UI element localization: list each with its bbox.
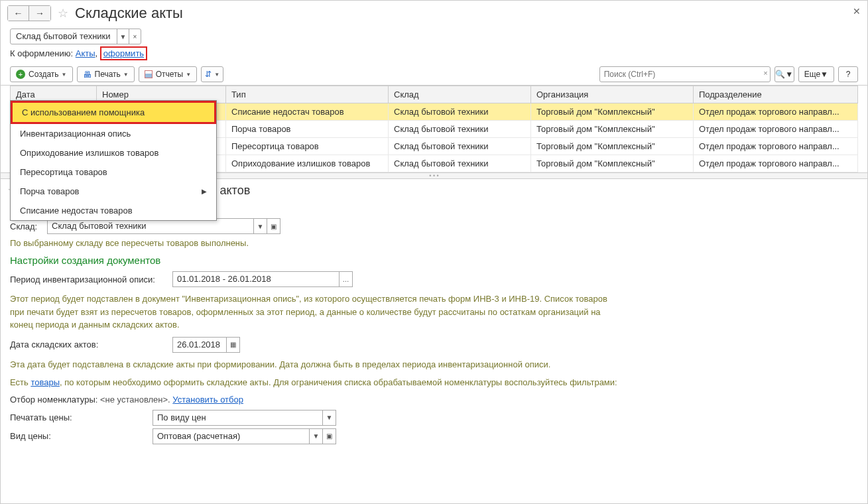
reports-button[interactable]: Отчеты▼ (139, 66, 197, 82)
printer-icon: 🖶 (83, 70, 92, 80)
period-field[interactable]: 01.01.2018 - 26.01.2018 … (172, 271, 353, 287)
dd-item-inventory[interactable]: Инвентаризационная опись (11, 124, 216, 143)
misc-button[interactable]: ⇵▼ (201, 66, 223, 82)
search-clear-icon[interactable]: × (763, 69, 767, 77)
warehouse-filter-dropdown-icon[interactable]: ▼ (117, 29, 129, 44)
th-warehouse[interactable]: Склад (389, 86, 531, 103)
dd-item-surplus[interactable]: Оприходование излишков товаров (11, 143, 216, 162)
dd-item-writeoff[interactable]: Списание недостач товаров (11, 201, 216, 220)
date-label: Дата складских актов: (10, 340, 172, 349)
date-field[interactable]: 26.01.2018 ▦ (172, 337, 240, 353)
back-button[interactable]: ← (8, 6, 29, 21)
open-icon[interactable]: ▣ (322, 429, 336, 444)
period-desc: Этот период будет подставлен в документ … (10, 292, 620, 332)
calendar-icon[interactable]: ▦ (226, 338, 239, 352)
nav-buttons: ← → (7, 5, 51, 21)
toolbar: + Создать▼ 🖶 Печать▼ Отчеты▼ ⇵▼ × 🔍▼ Еще… (1, 64, 867, 86)
dd-item-regrade[interactable]: Пересортица товаров (11, 162, 216, 182)
warehouse-label: Склад: (10, 221, 47, 231)
search-run-button[interactable]: 🔍▼ (775, 66, 794, 82)
warehouse-filter[interactable]: Склад бытовой техники ▼ × (10, 29, 141, 44)
date-desc: Эта дата будет подставлена в складские а… (10, 358, 620, 371)
price-kind-label: Вид цены: (10, 431, 153, 441)
more-button[interactable]: Еще▼ (798, 66, 834, 82)
th-dept[interactable]: Подразделение (694, 86, 858, 103)
status-line: По выбранному складу все пересчеты товар… (10, 238, 858, 248)
open-icon[interactable]: ▣ (267, 219, 280, 233)
chevron-down-icon[interactable]: ▼ (309, 429, 322, 444)
report-icon (145, 70, 153, 78)
th-org[interactable]: Организация (531, 86, 694, 103)
submenu-arrow-icon: ▶ (202, 188, 207, 195)
goods-link[interactable]: товары (31, 377, 60, 387)
links-prefix: К оформлению: (10, 48, 76, 58)
chevron-down-icon[interactable]: ▼ (322, 410, 336, 425)
link-acts[interactable]: Акты (76, 48, 95, 58)
docs-heading: Настройки создания документов (10, 255, 858, 266)
print-button[interactable]: 🖶 Печать▼ (77, 66, 135, 82)
dd-item-wizard[interactable]: С использованием помощника (11, 101, 216, 124)
link-issue[interactable]: оформить (100, 46, 147, 60)
create-button[interactable]: + Создать▼ (10, 66, 73, 82)
create-dropdown: С использованием помощника Инвентаризаци… (10, 100, 217, 221)
help-button[interactable]: ? (838, 66, 858, 82)
print-prices-label: Печатать цены: (10, 412, 153, 422)
ellipsis-icon[interactable]: … (339, 272, 352, 286)
search-input[interactable] (599, 66, 771, 82)
th-type[interactable]: Тип (226, 86, 389, 103)
forward-button[interactable]: → (29, 6, 50, 21)
close-icon[interactable]: ✕ (853, 6, 861, 17)
page-title: Складские акты (75, 5, 183, 22)
filter-label: Отбор номенклатуры: (10, 395, 100, 405)
period-label: Период инвентаризационной описи: (10, 275, 172, 284)
price-kind-field[interactable]: Оптовая (расчетная) ▼ ▣ (153, 428, 336, 444)
set-filter-link[interactable]: Установить отбор (172, 395, 243, 405)
favorite-icon[interactable]: ☆ (58, 6, 68, 21)
plus-icon: + (16, 70, 25, 79)
print-prices-field[interactable]: По виду цен ▼ (153, 410, 336, 426)
filter-value: <не установлен>. (100, 395, 172, 405)
dd-item-spoilage[interactable]: Порча товаров▶ (11, 182, 216, 201)
chevron-down-icon[interactable]: ▼ (253, 219, 267, 233)
search-icon: 🔍 (775, 70, 785, 79)
warehouse-filter-value: Склад бытовой техники (11, 29, 117, 44)
search-box: × (599, 66, 771, 82)
warehouse-filter-clear-icon[interactable]: × (129, 29, 141, 44)
